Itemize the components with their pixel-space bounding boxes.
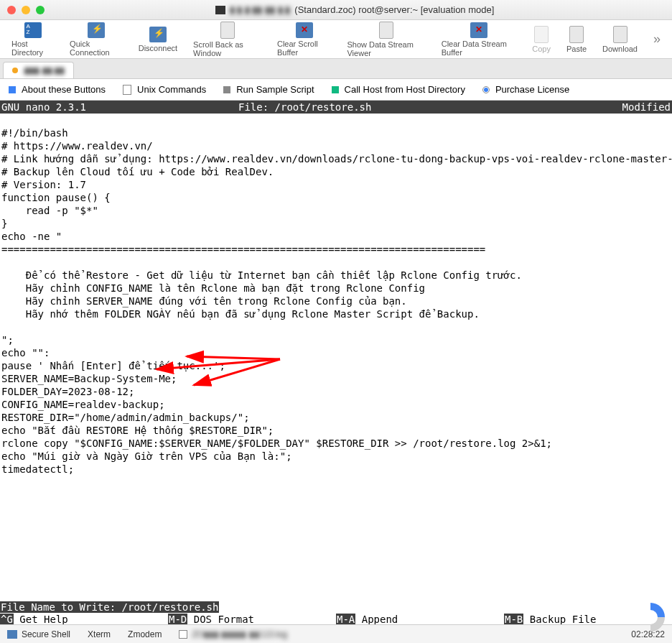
shell-label: Secure Shell: [22, 629, 70, 639]
shortcut-label: DOS Format: [187, 614, 254, 625]
shortcut-key: M-A: [336, 614, 355, 625]
about-buttons-label: About these Buttons: [22, 84, 106, 95]
copy-icon: [534, 26, 549, 43]
log-checkbox[interactable]: [179, 630, 187, 639]
tab-status-icon: [12, 68, 18, 73]
download-icon: [613, 26, 627, 43]
quick-connection-icon: [88, 22, 105, 38]
session-tab[interactable]: .▮▮▮.▮▮.▮▮: [3, 62, 74, 78]
run-sample-action[interactable]: Run Sample Script: [223, 84, 314, 95]
nano-status: Modified: [622, 101, 671, 113]
copy-label: Copy: [532, 45, 551, 53]
shell-segment[interactable]: Secure Shell: [7, 629, 70, 639]
purchase-license-label: Purchase License: [495, 84, 569, 95]
clear-scroll-icon: [296, 22, 313, 38]
paste-icon: [569, 26, 584, 43]
window-titlebar: ▮ ▮.▮ ▮▮ ▮▮ ▮.▮ (Standard.zoc) root@serv…: [0, 0, 672, 20]
shortcut-key: ^G: [0, 614, 14, 625]
download-label: Download: [602, 45, 638, 53]
square-icon: [332, 86, 339, 93]
about-buttons-action[interactable]: About these Buttons: [9, 84, 106, 95]
square-icon: [9, 86, 16, 93]
clear-data-stream-label: Clear Data Stream Buffer: [442, 40, 517, 57]
window-title: ▮ ▮.▮ ▮▮ ▮▮ ▮.▮ (Standard.zoc) root@serv…: [45, 4, 665, 15]
host-directory-button[interactable]: Host Directory: [6, 21, 60, 58]
log-label: ZO▮▮▮ ▮▮▮▮▮ ▮▮113.log: [192, 629, 287, 639]
square-icon: [223, 86, 230, 93]
download-button[interactable]: Download: [597, 24, 643, 55]
main-toolbar: Host Directory Quick Connection Disconne…: [0, 20, 672, 59]
nano-prompt-text: File Name to Write: /root/restore.sh: [0, 601, 219, 613]
scroll-back-label: Scroll Back as Window: [193, 40, 261, 57]
clear-scroll-buffer-button[interactable]: Clear Scroll Buffer: [271, 21, 337, 58]
nano-write-prompt: File Name to Write: /root/restore.sh: [0, 601, 672, 613]
radio-icon: [482, 86, 490, 93]
shortcut-key: M-B: [504, 614, 523, 625]
zoom-window-button[interactable]: [36, 6, 45, 14]
call-host-label: Call Host from Host Directory: [345, 84, 465, 95]
clear-scroll-label: Clear Scroll Buffer: [277, 40, 332, 57]
page-icon: [123, 85, 131, 95]
host-directory-label: Host Directory: [11, 40, 54, 57]
nano-header: GNU nano 2.3.1 File: /root/restore.sh Mo…: [0, 101, 672, 114]
clear-data-stream-button[interactable]: Clear Data Stream Buffer: [436, 21, 523, 58]
disconnect-label: Disconnect: [139, 44, 177, 52]
paste-label: Paste: [566, 45, 587, 53]
data-stream-icon: [379, 22, 393, 39]
run-sample-label: Run Sample Script: [236, 84, 314, 95]
purchase-license-action[interactable]: Purchase License: [482, 84, 569, 95]
shortcut-label: Append: [355, 614, 398, 625]
terminal-area[interactable]: GNU nano 2.3.1 File: /root/restore.sh Mo…: [0, 101, 672, 639]
shortcut-label: Get Help: [14, 614, 68, 625]
nano-version: GNU nano 2.3.1: [1, 101, 238, 113]
scroll-back-icon: [220, 22, 235, 39]
traffic-lights: [7, 6, 45, 14]
tab-label: .▮▮▮.▮▮.▮▮: [22, 65, 65, 75]
unix-commands-action[interactable]: Unix Commands: [123, 84, 206, 95]
window-title-blurred: ▮ ▮.▮ ▮▮ ▮▮ ▮.▮: [230, 4, 291, 15]
disconnect-icon: [149, 27, 167, 42]
term-label: Xterm: [88, 629, 111, 639]
unix-commands-label: Unix Commands: [137, 84, 206, 95]
status-bar: Secure Shell Xterm Zmodem ZO▮▮▮ ▮▮▮▮▮ ▮▮…: [0, 624, 672, 643]
clear-data-stream-icon: [470, 22, 487, 38]
disconnect-button[interactable]: Disconnect: [133, 25, 183, 54]
app-icon: [215, 6, 225, 14]
minimize-window-button[interactable]: [22, 6, 30, 14]
nano-file-label: File: /root/restore.sh: [238, 101, 622, 113]
proto-segment[interactable]: Zmodem: [128, 629, 162, 639]
term-segment[interactable]: Xterm: [88, 629, 111, 639]
quick-connection-button[interactable]: Quick Connection: [64, 21, 129, 58]
shortcut-key: M-D: [168, 614, 187, 625]
tab-bar: .▮▮▮.▮▮.▮▮: [0, 59, 672, 79]
window-title-text: (Standard.zoc) root@server:~ [evaluation…: [294, 4, 494, 15]
shell-icon: [7, 630, 17, 639]
call-host-action[interactable]: Call Host from Host Directory: [332, 84, 465, 95]
show-data-stream-button[interactable]: Show Data Stream Viewer: [341, 20, 431, 59]
shortcut-label: Backup File: [523, 614, 596, 625]
copy-button: Copy: [526, 24, 556, 55]
host-directory-icon: [24, 22, 42, 38]
proto-label: Zmodem: [128, 629, 162, 639]
paste-button[interactable]: Paste: [561, 24, 592, 55]
quick-connection-label: Quick Connection: [70, 40, 123, 57]
editor-content[interactable]: #!/bin/bash # https://www.realdev.vn/ # …: [0, 114, 672, 601]
recaptcha-badge[interactable]: [633, 600, 668, 634]
log-segment[interactable]: ZO▮▮▮ ▮▮▮▮▮ ▮▮113.log: [179, 629, 287, 639]
toolbar-overflow-button[interactable]: »: [648, 32, 666, 47]
quick-action-bar: About these Buttons Unix Commands Run Sa…: [0, 79, 672, 101]
close-window-button[interactable]: [7, 6, 16, 14]
data-stream-label: Show Data Stream Viewer: [347, 40, 425, 57]
scroll-back-button[interactable]: Scroll Back as Window: [187, 20, 267, 59]
